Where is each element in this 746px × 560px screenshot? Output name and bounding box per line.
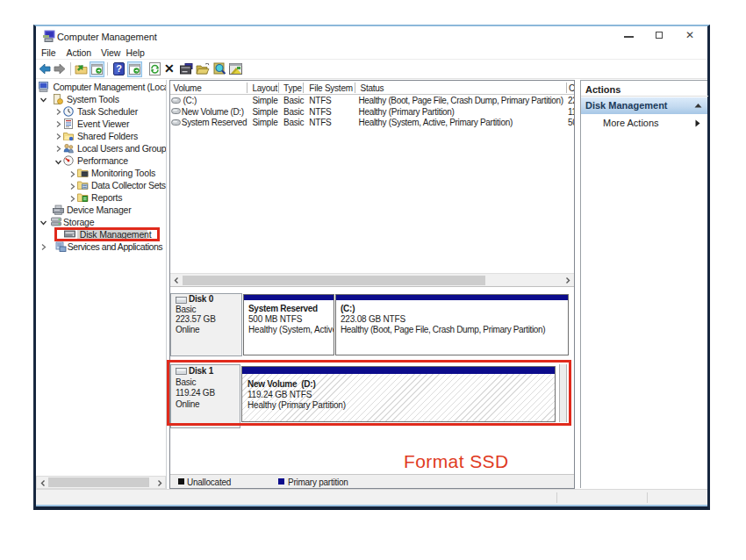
svg-text:?: ? [116,63,122,74]
